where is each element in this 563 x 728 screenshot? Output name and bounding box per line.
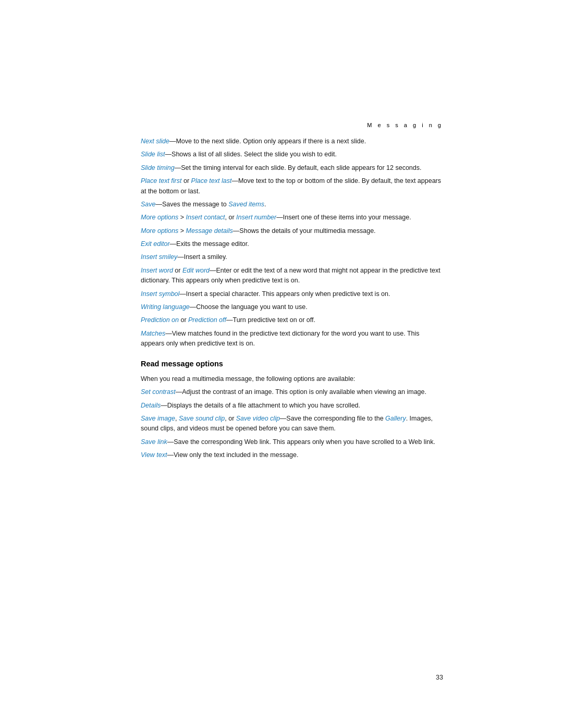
para-insert-symbol: Insert symbol—Insert a special character… (141, 289, 443, 299)
text-exit-editor: —Exits the message editor. (170, 240, 249, 248)
link-insert-symbol[interactable]: Insert symbol (141, 290, 179, 298)
text-more-2-gt: > (178, 227, 186, 235)
text-insert-smiley: —Insert a smiley. (177, 253, 227, 261)
link-save[interactable]: Save (141, 201, 156, 208)
link-saved-items[interactable]: Saved items (228, 201, 264, 208)
para-save-media: Save image, Save sound clip, or Save vid… (141, 414, 443, 434)
link-prediction-off[interactable]: Prediction off (188, 316, 226, 324)
section-intro: When you read a multimedia message, the … (141, 374, 443, 384)
link-more-options-1[interactable]: More options (141, 214, 178, 221)
link-save-sound-clip[interactable]: Save sound clip (179, 415, 225, 422)
link-gallery[interactable]: Gallery (385, 415, 406, 422)
para-more-options-2: More options > Message details—Shows the… (141, 226, 443, 236)
section-heading-read-message: Read message options (141, 358, 443, 369)
link-insert-smiley[interactable]: Insert smiley (141, 253, 177, 261)
header-title: M e s s a g i n g (367, 122, 443, 128)
link-prediction-on[interactable]: Prediction on (141, 316, 179, 324)
text-comma-1: , (175, 415, 179, 422)
text-or-3: or (179, 316, 188, 324)
text-or-4: , or (225, 415, 236, 422)
content-area: Next slide—Move to the next slide. Optio… (141, 137, 443, 460)
para-prediction: Prediction on or Prediction off—Turn pre… (141, 315, 443, 325)
text-view-text: —View only the text included in the mess… (167, 451, 299, 459)
para-matches: Matches—View matches found in the predic… (141, 329, 443, 349)
link-insert-word[interactable]: Insert word (141, 267, 173, 274)
page-number: 33 (436, 674, 443, 681)
text-matches: —View matches found in the predictive te… (141, 330, 420, 347)
para-insert-edit-word: Insert word or Edit word—Enter or edit t… (141, 266, 443, 286)
text-slide-list: —Shows a list of all slides. Select the … (165, 151, 337, 158)
text-writing-language: —Choose the language you want to use. (190, 303, 308, 311)
text-more-2-body: —Shows the details of your multimedia me… (233, 227, 376, 235)
text-prediction: —Turn predictive text on or off. (226, 316, 315, 324)
para-save: Save—Saves the message to Saved items. (141, 200, 443, 209)
text-save-link: —Save the corresponding Web link. This a… (167, 438, 435, 446)
para-slide-timing: Slide timing—Set the timing interval for… (141, 163, 443, 173)
link-save-link[interactable]: Save link (141, 438, 167, 446)
text-save-1: —Saves the message to (156, 201, 229, 208)
text-more-1-or: , or (225, 214, 237, 221)
link-more-options-2[interactable]: More options (141, 227, 178, 235)
link-writing-language[interactable]: Writing language (141, 303, 190, 311)
link-place-text-first[interactable]: Place text first (141, 177, 182, 184)
text-more-1-gt: > (178, 214, 186, 221)
link-slide-timing[interactable]: Slide timing (141, 164, 175, 171)
text-or-2: or (173, 267, 182, 274)
text-details: —Displays the details of a file attachme… (161, 402, 360, 409)
link-set-contrast[interactable]: Set contrast (141, 388, 176, 396)
text-set-contrast: —Adjust the contrast of an image. This o… (176, 388, 426, 396)
link-save-video-clip[interactable]: Save video clip (236, 415, 280, 422)
link-view-text[interactable]: View text (141, 451, 167, 459)
link-details[interactable]: Details (141, 402, 161, 409)
page: M e s s a g i n g Next slide—Move to the… (0, 0, 563, 728)
link-insert-number[interactable]: Insert number (236, 214, 276, 221)
link-message-details[interactable]: Message details (186, 227, 233, 235)
link-next-slide[interactable]: Next slide (141, 138, 169, 145)
page-header: M e s s a g i n g (0, 0, 563, 137)
text-more-1-body: —Insert one of these items into your mes… (276, 214, 411, 221)
para-insert-smiley: Insert smiley—Insert a smiley. (141, 252, 443, 262)
para-save-link: Save link—Save the corresponding Web lin… (141, 437, 443, 447)
para-details: Details—Displays the details of a file a… (141, 401, 443, 411)
link-place-text-last[interactable]: Place text last (191, 177, 232, 184)
link-save-image[interactable]: Save image (141, 415, 175, 422)
link-matches[interactable]: Matches (141, 330, 165, 337)
para-more-options-1: More options > Insert contact, or Insert… (141, 213, 443, 223)
text-next-slide: —Move to the next slide. Option only app… (169, 138, 366, 145)
link-edit-word[interactable]: Edit word (182, 267, 210, 274)
text-or-1: or (182, 177, 191, 184)
para-slide-list: Slide list—Shows a list of all slides. S… (141, 150, 443, 159)
para-writing-language: Writing language—Choose the language you… (141, 302, 443, 312)
text-insert-symbol: —Insert a special character. This appear… (179, 290, 390, 298)
text-save-media-1: —Save the corresponding file to the (280, 415, 385, 422)
para-view-text: View text—View only the text included in… (141, 450, 443, 460)
text-slide-timing: —Set the timing interval for each slide.… (175, 164, 422, 171)
para-set-contrast: Set contrast—Adjust the contrast of an i… (141, 387, 443, 397)
link-slide-list[interactable]: Slide list (141, 151, 165, 158)
para-exit-editor: Exit editor—Exits the message editor. (141, 239, 443, 249)
link-exit-editor[interactable]: Exit editor (141, 240, 170, 248)
text-save-2: . (264, 201, 266, 208)
link-insert-contact[interactable]: Insert contact (186, 214, 225, 221)
para-next-slide: Next slide—Move to the next slide. Optio… (141, 137, 443, 146)
para-place-text: Place text first or Place text last—Move… (141, 176, 443, 196)
